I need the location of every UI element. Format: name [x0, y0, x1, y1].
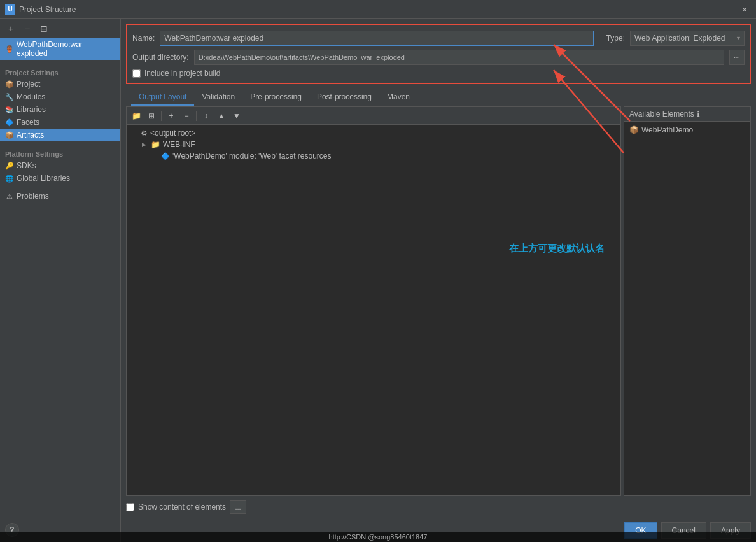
facets-icon: 🔷 [5, 118, 14, 127]
output-toolbar-add-btn[interactable]: + [164, 109, 178, 123]
artifact-header: Name: Type: Web Application: Exploded We… [126, 24, 751, 84]
available-elements-header: Available Elements ℹ [624, 107, 750, 122]
type-select[interactable]: Web Application: Exploded Web Applicatio… [630, 31, 745, 46]
tabs-bar: Output Layout Validation Pre-processing … [126, 89, 751, 106]
name-row: Name: Type: Web Application: Exploded We… [132, 31, 745, 46]
output-toolbar-up-btn[interactable]: ▲ [214, 109, 228, 123]
output-tree: ⚙ <output root> ▶ 📁 WEB-INF 🔷 'WebPathDe… [127, 125, 620, 495]
sidebar: + − ⊟ 🏺 WebPathDemo:war exploded Project… [0, 19, 121, 542]
output-toolbar-sort-btn[interactable]: ↕ [199, 109, 213, 123]
platform-settings-label: Platform Settings [0, 146, 120, 159]
output-layout-pane: 📁 ⊞ + − ↕ ▲ ▼ ⚙ <output [126, 106, 621, 496]
output-dir-label: Output directory: [132, 53, 189, 62]
include-project-build-row: Include in project build [132, 69, 745, 78]
tab-validation[interactable]: Validation [194, 89, 242, 106]
project-settings-label: Project Settings [0, 65, 120, 78]
close-button[interactable]: × [738, 3, 751, 16]
sidebar-item-libraries[interactable]: 📚 Libraries [0, 103, 120, 116]
sidebar-item-modules[interactable]: 🔧 Modules [0, 90, 120, 103]
sidebar-item-global-libraries[interactable]: 🌐 Global Libraries [0, 172, 120, 185]
info-icon: ℹ [697, 110, 700, 118]
right-panel: Name: Type: Web Application: Exploded We… [121, 19, 756, 542]
sidebar-copy-button[interactable]: ⊟ [37, 22, 51, 36]
tab-maven[interactable]: Maven [379, 89, 417, 106]
output-dir-input[interactable] [194, 50, 724, 65]
output-toolbar-grid-btn[interactable]: ⊞ [144, 109, 158, 123]
tab-post-processing[interactable]: Post-processing [309, 89, 379, 106]
output-toolbar-down-btn[interactable]: ▼ [230, 109, 244, 123]
sdks-icon: 🔑 [5, 161, 14, 170]
type-label: Type: [606, 34, 625, 43]
app-icon: U [5, 4, 15, 15]
tree-item-output-root[interactable]: ⚙ <output root> [129, 127, 618, 139]
name-label: Name: [132, 34, 155, 43]
sidebar-item-project[interactable]: 📦 Project [0, 78, 120, 90]
global-libraries-icon: 🌐 [5, 174, 14, 183]
sidebar-remove-button[interactable]: − [20, 22, 34, 36]
project-icon: 📦 [5, 80, 14, 89]
problems-icon: ⚠ [5, 192, 14, 201]
tree-item-web-inf[interactable]: ▶ 📁 WEB-INF [139, 139, 618, 150]
watermark: http://CSDN.@song85460t1847 [0, 532, 756, 542]
available-items-list: 📦 WebPathDemo [624, 122, 750, 311]
artifacts-nav-icon: 📦 [5, 131, 14, 139]
sidebar-item-sdks[interactable]: 🔑 SDKs [0, 159, 120, 172]
show-content-label: Show content of elements [138, 503, 226, 511]
main-content: + − ⊟ 🏺 WebPathDemo:war exploded Project… [0, 19, 756, 542]
output-root-icon: ⚙ [141, 129, 148, 138]
title-bar: U Project Structure × [0, 0, 756, 19]
include-project-build-checkbox[interactable] [132, 69, 141, 78]
folder-icon-webinf: 📁 [151, 140, 160, 149]
toolbar-sep-2 [196, 111, 197, 121]
sidebar-add-button[interactable]: + [4, 22, 18, 36]
resource-icon: 🔷 [161, 152, 170, 160]
footer-area: Show content of elements ... [121, 496, 756, 518]
toolbar-sep-1 [161, 111, 162, 121]
sidebar-item-facets[interactable]: 🔷 Facets [0, 116, 120, 129]
libraries-icon: 📚 [5, 105, 14, 114]
browse-button[interactable]: ⋯ [729, 50, 745, 65]
module-icon: 📦 [629, 125, 639, 134]
sidebar-toolbar: + − ⊟ [0, 19, 120, 38]
tree-arrow-webinf: ▶ [142, 141, 148, 148]
available-item-webpathdemo[interactable]: 📦 WebPathDemo [627, 124, 748, 136]
project-structure-dialog: U Project Structure × + − ⊟ 🏺 WebPathDem… [0, 0, 756, 542]
sidebar-item-problems[interactable]: ⚠ Problems [0, 190, 120, 203]
output-toolbar: 📁 ⊞ + − ↕ ▲ ▼ [127, 107, 620, 125]
sidebar-item-artifact-selected[interactable]: 🏺 WebPathDemo:war exploded [0, 38, 120, 60]
artifact-icon: 🏺 [5, 45, 14, 53]
include-project-build-label: Include in project build [144, 69, 220, 78]
output-row: Output directory: ⋯ [132, 50, 745, 65]
footer-browse-btn[interactable]: ... [230, 500, 246, 514]
type-select-wrapper: Web Application: Exploded Web Applicatio… [630, 31, 745, 46]
output-toolbar-remove-btn[interactable]: − [179, 109, 193, 123]
output-toolbar-folder-btn[interactable]: 📁 [129, 109, 143, 123]
sidebar-item-artifacts[interactable]: 📦 Artifacts [0, 129, 120, 141]
available-elements-pane: Available Elements ℹ 📦 WebPathDemo [624, 106, 751, 496]
tab-pre-processing[interactable]: Pre-processing [242, 89, 309, 106]
modules-icon: 🔧 [5, 92, 14, 101]
tree-item-web-resources[interactable]: 🔷 'WebPathDemo' module: 'Web' facet reso… [150, 150, 618, 162]
tab-output-layout[interactable]: Output Layout [131, 89, 194, 106]
annotation-area [624, 311, 750, 495]
content-area: 📁 ⊞ + − ↕ ▲ ▼ ⚙ <output [126, 106, 751, 496]
show-content-checkbox[interactable] [126, 503, 134, 511]
name-input[interactable] [160, 31, 593, 46]
dialog-title: Project Structure [19, 5, 738, 14]
